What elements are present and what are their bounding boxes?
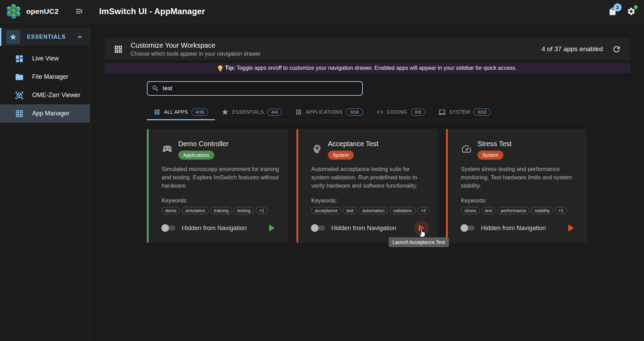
keyword-chips: stress test performance stability +1 [461, 207, 579, 214]
sidebar-item-label: App Manager [32, 110, 69, 117]
tab-count-badge: 4/4 [267, 108, 282, 116]
keyword-chip: test [343, 207, 357, 214]
sidebar-item-label: File Manager [32, 73, 68, 80]
star-icon [6, 30, 20, 44]
keyword-chip: simulation [182, 207, 209, 214]
section-label: ESSENTIALS [27, 34, 66, 40]
workspace-subtitle: Choose which tools appear in your naviga… [131, 51, 261, 57]
folder-icon [15, 73, 24, 82]
keywords-label: Keywords: [162, 198, 280, 204]
tab-coding[interactable]: CODING 0/3 [370, 104, 432, 120]
keyword-chip: test [482, 207, 496, 214]
settings-button[interactable] [626, 6, 636, 17]
tab-bar: ALL APPS 4/35 ESSENTIALS 4/4 APPLICATION… [147, 104, 588, 120]
card-footer: Hidden from Navigation [311, 220, 429, 236]
hidden-from-nav-toggle[interactable] [311, 225, 326, 231]
play-icon [269, 225, 275, 231]
hidden-from-nav-toggle[interactable] [461, 225, 475, 231]
apps-grid-icon [153, 108, 161, 116]
card-description: System stress testing and performance mo… [461, 165, 579, 190]
category-badge: System [477, 151, 503, 160]
card-description: Automated acceptance testing suite for s… [311, 165, 429, 190]
category-badge: System [328, 151, 354, 160]
card-header: Stress Test System [461, 140, 579, 160]
app-card-acceptance-test: Acceptance Test System Automated accepta… [296, 129, 438, 243]
star-icon [221, 108, 229, 116]
tab-label: APPLICATIONS [306, 109, 343, 115]
hidden-from-nav-toggle[interactable] [162, 225, 176, 231]
tab-count-badge: 0/18 [346, 108, 363, 116]
keyword-chip: +1 [256, 207, 268, 214]
code-icon [376, 108, 383, 116]
card-footer: Hidden from Navigation [461, 220, 579, 236]
view-in-ar-icon [15, 91, 24, 100]
keyword-chip: acceptance [311, 207, 341, 214]
card-title: Stress Test [477, 140, 512, 148]
sidebar-item-file-manager[interactable]: File Manager [0, 68, 90, 86]
launch-tooltip: Launch Acceptance Test [389, 237, 449, 247]
tab-system[interactable]: SYSTEM 0/10 [432, 104, 497, 120]
card-title: Acceptance Test [328, 140, 378, 148]
brand-name: openUC2 [26, 7, 59, 16]
keyword-chip: +1 [555, 207, 567, 214]
tab-essentials[interactable]: ESSENTIALS 4/4 [215, 104, 288, 120]
keyword-chip: validation [390, 207, 416, 214]
notification-count-badge: 2 [614, 3, 622, 11]
toggle-label: Hidden from Navigation [182, 225, 247, 232]
card-title: Demo Controller [178, 140, 229, 148]
search-box [147, 81, 363, 96]
speedometer-icon [461, 143, 472, 154]
app-cards-grid: Demo Controller Applications Simulated m… [147, 129, 588, 243]
tab-count-badge: 0/3 [411, 108, 425, 116]
workspace-header-text: Customize Your Workspace Choose which to… [131, 41, 261, 57]
card-footer: Hidden from Navigation [162, 220, 280, 236]
keyword-chip: training [210, 207, 232, 214]
laptop-icon [438, 108, 446, 116]
sidebar-section-essentials[interactable]: ESSENTIALS [0, 28, 90, 46]
toggle-label: Hidden from Navigation [481, 225, 546, 232]
keywords-label: Keywords: [461, 198, 579, 204]
launch-app-button[interactable] [563, 220, 579, 236]
card-header-text: Demo Controller Applications [178, 140, 229, 160]
storage-button[interactable]: 2 [607, 6, 618, 17]
psychology-icon [311, 143, 322, 154]
main-content: Customize Your Workspace Choose which to… [90, 23, 644, 341]
tab-applications[interactable]: APPLICATIONS 0/18 [288, 104, 370, 120]
card-header-text: Acceptance Test System [328, 140, 378, 160]
tab-label: ALL APPS [164, 109, 188, 115]
tab-all-apps[interactable]: ALL APPS 4/35 [147, 104, 215, 120]
keywords-label: Keywords: [311, 198, 429, 204]
launch-app-button[interactable] [264, 220, 280, 236]
keyword-chips: acceptance test automation validation +2 [311, 207, 429, 214]
keyword-chip: automation [359, 207, 388, 214]
apps-grid-icon [295, 108, 302, 116]
sidebar-collapse-button[interactable] [75, 7, 84, 16]
tip-text: Toggle apps on/off to customize your nav… [237, 65, 517, 71]
keyword-chip: stability [531, 207, 553, 214]
sidebar-item-live-view[interactable]: Live View [0, 49, 90, 68]
sidebar: ESSENTIALS Live View File Manager OME-Za… [0, 23, 90, 341]
grid-view-icon [114, 45, 123, 54]
dashboard-icon [15, 54, 24, 63]
openuc2-logo-icon [6, 4, 21, 19]
tab-count-badge: 4/35 [191, 108, 208, 116]
card-description: Simulated microscopy environment for tra… [162, 165, 280, 190]
chevron-up-icon[interactable] [76, 33, 84, 41]
tab-label: ESSENTIALS [232, 109, 264, 115]
app-bar-main: ImSwitch UI - AppManager 2 [90, 0, 644, 22]
keyword-chip: +2 [417, 207, 429, 214]
page-title: ImSwitch UI - AppManager [99, 7, 205, 16]
keyword-chip: stress [461, 207, 480, 214]
enabled-apps-summary: 4 of 37 apps enabled [542, 45, 603, 53]
card-header: Acceptance Test System [311, 140, 429, 160]
mouse-cursor [417, 226, 429, 239]
workspace-title: Customize Your Workspace [131, 41, 261, 49]
play-icon [568, 225, 574, 231]
sidebar-item-app-manager[interactable]: App Manager [0, 104, 90, 123]
sidebar-item-ome-zarr-viewer[interactable]: OME-Zarr Viewer [0, 86, 90, 104]
keyword-chip: performance [498, 207, 530, 214]
workspace-header-right: 4 of 37 apps enabled [542, 45, 622, 54]
tab-label: CODING [387, 109, 407, 115]
search-input[interactable] [163, 85, 358, 92]
refresh-button[interactable] [612, 45, 621, 54]
